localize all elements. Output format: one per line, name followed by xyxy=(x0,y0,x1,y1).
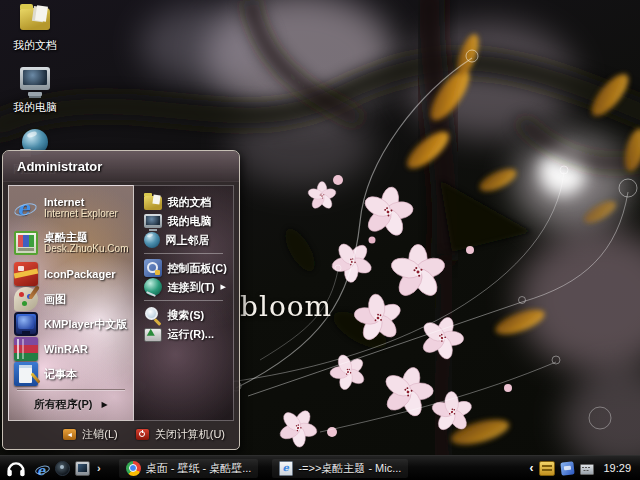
menu-item-label: WinRAR xyxy=(44,343,88,355)
start-menu-places-column: 我的文档 我的电脑 网上邻居 控制面板(C) 连接到(T) xyxy=(134,185,234,421)
menu-item-my-computer[interactable]: 我的电脑 xyxy=(134,211,233,230)
ie-document-icon xyxy=(279,461,293,476)
submenu-arrow-icon: ▶ xyxy=(221,283,230,291)
all-programs-label: 所有程序(P) xyxy=(34,397,93,412)
all-programs-button[interactable]: 所有程序(P) ▶ xyxy=(9,393,133,416)
quick-launch-expand-icon[interactable]: › xyxy=(97,462,101,474)
menu-item-label: IconPackager xyxy=(44,268,116,280)
quick-launch-internet-explorer[interactable] xyxy=(35,461,50,476)
menu-item-notepad[interactable]: 记事本 xyxy=(9,361,133,386)
menu-item-label: 桌酷主题 xyxy=(44,231,88,243)
desktop-icon-my-computer[interactable]: 我的电脑 xyxy=(4,65,66,115)
menu-item-network-places[interactable]: 网上邻居 xyxy=(134,230,233,249)
my-documents-icon xyxy=(144,196,162,210)
task-label: 桌面 - 壁纸 - 桌酷壁... xyxy=(146,461,252,476)
input-method-icon[interactable] xyxy=(539,461,555,476)
start-menu: Administrator Internet Internet Explorer… xyxy=(2,150,240,450)
menu-item-winrar[interactable]: WinRAR xyxy=(9,336,133,361)
menu-item-sublabel: Desk.ZhuoKu.Com xyxy=(44,243,128,255)
kmplayer-icon xyxy=(14,312,38,336)
start-button[interactable] xyxy=(5,457,27,479)
menu-item-label: 记事本 xyxy=(44,368,77,380)
start-menu-footer: 注销(L) 关闭计算机(U) xyxy=(3,421,239,447)
menu-separator xyxy=(144,300,223,301)
taskbar: › 桌面 - 壁纸 - 桌酷壁... -=>>桌酷主题 - Mic... ‹ 1… xyxy=(0,455,640,480)
notepad-icon xyxy=(14,362,38,386)
control-panel-icon xyxy=(144,259,162,277)
menu-item-label: 网上邻居 xyxy=(166,234,210,246)
internet-explorer-icon xyxy=(14,196,38,220)
menu-item-internet[interactable]: Internet Internet Explorer xyxy=(9,190,133,226)
logoff-icon xyxy=(63,429,76,440)
menu-item-label: 搜索(S) xyxy=(168,309,205,321)
shutdown-icon xyxy=(136,429,149,440)
winrar-icon xyxy=(14,337,38,361)
my-documents-icon xyxy=(19,3,51,35)
menu-item-zhuoku-theme[interactable]: 桌酷主题 Desk.ZhuoKu.Com xyxy=(9,226,133,262)
menu-item-control-panel[interactable]: 控制面板(C) xyxy=(134,258,233,277)
menu-item-label: Internet xyxy=(44,196,84,208)
logoff-label: 注销(L) xyxy=(82,427,117,442)
wallpaper-text: bloom xyxy=(240,290,332,323)
taskbar-task-zhuoku-theme[interactable]: -=>>桌酷主题 - Mic... xyxy=(272,459,408,478)
shutdown-label: 关闭计算机(U) xyxy=(155,427,225,442)
desktop: bloom 我的文档 我的电脑 网上邻居 Administrator Inter… xyxy=(0,0,640,480)
quick-launch-bar: › xyxy=(35,461,101,476)
taskbar-task-wallpaper[interactable]: 桌面 - 壁纸 - 桌酷壁... xyxy=(119,459,259,478)
quick-launch-media-player[interactable] xyxy=(55,461,70,476)
desktop-icon-label: 我的电脑 xyxy=(13,100,57,115)
search-icon xyxy=(144,306,162,324)
quick-launch-image-viewer[interactable] xyxy=(75,461,90,476)
menu-item-connect-to[interactable]: 连接到(T) ▶ xyxy=(134,277,233,296)
task-label: -=>>桌酷主题 - Mic... xyxy=(298,461,401,476)
iconpackager-icon xyxy=(14,262,38,286)
menu-item-sublabel: Internet Explorer xyxy=(44,208,118,220)
desktop-icon-my-documents[interactable]: 我的文档 xyxy=(4,3,66,53)
desktop-icon-label: 我的文档 xyxy=(13,38,57,53)
system-tray: ‹ 19:29 xyxy=(529,461,640,476)
menu-item-label: 我的文档 xyxy=(168,196,212,208)
menu-item-kmplayer[interactable]: KMPlayer中文版 xyxy=(9,311,133,336)
menu-item-paint[interactable]: 画图 xyxy=(9,286,133,311)
menu-item-my-documents[interactable]: 我的文档 xyxy=(134,192,233,211)
menu-separator xyxy=(144,253,223,254)
start-menu-pinned-column: Internet Internet Explorer 桌酷主题 Desk.Zhu… xyxy=(8,185,134,421)
menu-item-iconpackager[interactable]: IconPackager xyxy=(9,261,133,286)
tray-clock[interactable]: 19:29 xyxy=(603,462,631,474)
menu-item-label: KMPlayer中文版 xyxy=(44,318,127,330)
my-computer-icon xyxy=(19,65,51,97)
tray-collapse-icon[interactable]: ‹ xyxy=(529,463,533,473)
logoff-button[interactable]: 注销(L) xyxy=(63,427,117,442)
menu-item-label: 画图 xyxy=(44,293,66,305)
chrome-icon xyxy=(126,461,141,476)
zhuoku-theme-icon xyxy=(14,231,38,255)
menu-item-label: 连接到(T) xyxy=(168,281,215,293)
menu-item-label: 控制面板(C) xyxy=(168,262,227,274)
start-menu-header: Administrator xyxy=(3,151,239,182)
messenger-icon[interactable] xyxy=(561,461,575,475)
paint-icon xyxy=(14,287,38,311)
user-name: Administrator xyxy=(17,159,102,174)
menu-item-label: 我的电脑 xyxy=(168,215,212,227)
run-icon xyxy=(144,328,162,342)
network-places-icon xyxy=(144,232,160,248)
menu-item-label: 运行(R)... xyxy=(168,328,214,340)
my-computer-icon xyxy=(144,214,162,228)
shutdown-button[interactable]: 关闭计算机(U) xyxy=(136,427,225,442)
menu-item-search[interactable]: 搜索(S) xyxy=(134,305,233,324)
all-programs-arrow-icon: ▶ xyxy=(102,400,108,409)
menu-item-run[interactable]: 运行(R)... xyxy=(134,324,233,343)
connect-to-icon xyxy=(144,278,162,296)
keyboard-layout-icon[interactable] xyxy=(580,464,594,475)
menu-separator xyxy=(17,389,125,390)
